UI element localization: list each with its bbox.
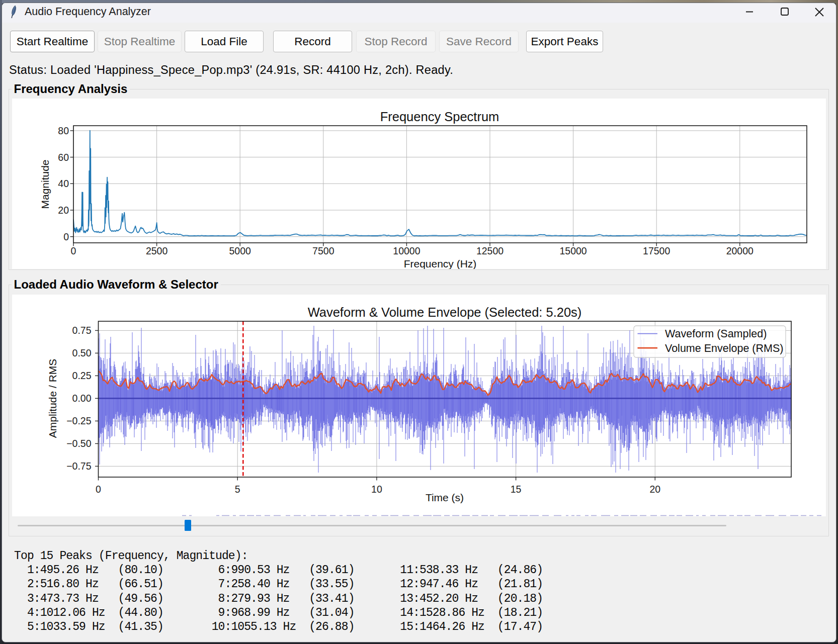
svg-text:20000: 20000 (726, 245, 753, 256)
svg-text:2500: 2500 (146, 245, 168, 256)
svg-text:80: 80 (58, 125, 69, 136)
svg-text:−0.25: −0.25 (66, 415, 91, 426)
svg-text:15000: 15000 (559, 245, 586, 256)
svg-text:20: 20 (58, 205, 69, 216)
svg-text:Time (s): Time (s) (426, 492, 464, 503)
svg-text:Amplitude / RMS: Amplitude / RMS (47, 359, 58, 438)
svg-text:0.50: 0.50 (72, 347, 92, 358)
svg-text:0: 0 (63, 231, 69, 242)
svg-text:0: 0 (71, 245, 76, 256)
svg-text:5000: 5000 (229, 245, 252, 256)
svg-text:0: 0 (96, 484, 101, 495)
svg-text:12500: 12500 (476, 245, 504, 256)
svg-text:5: 5 (235, 484, 240, 495)
svg-text:−0.75: −0.75 (66, 461, 91, 472)
svg-text:−0.50: −0.50 (66, 438, 91, 449)
svg-text:Frequency Spectrum: Frequency Spectrum (380, 110, 499, 124)
svg-text:7500: 7500 (312, 245, 334, 256)
svg-text:40: 40 (58, 178, 69, 189)
svg-text:Magnitude: Magnitude (39, 159, 51, 209)
svg-text:Frequency (Hz): Frequency (Hz) (404, 258, 477, 269)
svg-text:60: 60 (58, 152, 69, 163)
svg-text:10: 10 (371, 484, 382, 495)
svg-text:Waveform & Volume Envelope (Se: Waveform & Volume Envelope (Selected: 5.… (308, 305, 582, 319)
svg-text:10000: 10000 (393, 245, 420, 256)
svg-text:Waveform (Sampled): Waveform (Sampled) (665, 328, 767, 340)
svg-text:0.00: 0.00 (72, 393, 92, 404)
svg-text:0.75: 0.75 (72, 325, 92, 336)
svg-text:Volume Envelope (RMS): Volume Envelope (RMS) (665, 342, 783, 354)
svg-text:15: 15 (511, 484, 522, 495)
svg-text:0.25: 0.25 (72, 370, 92, 381)
svg-text:20: 20 (649, 484, 660, 495)
svg-text:17500: 17500 (643, 245, 670, 256)
